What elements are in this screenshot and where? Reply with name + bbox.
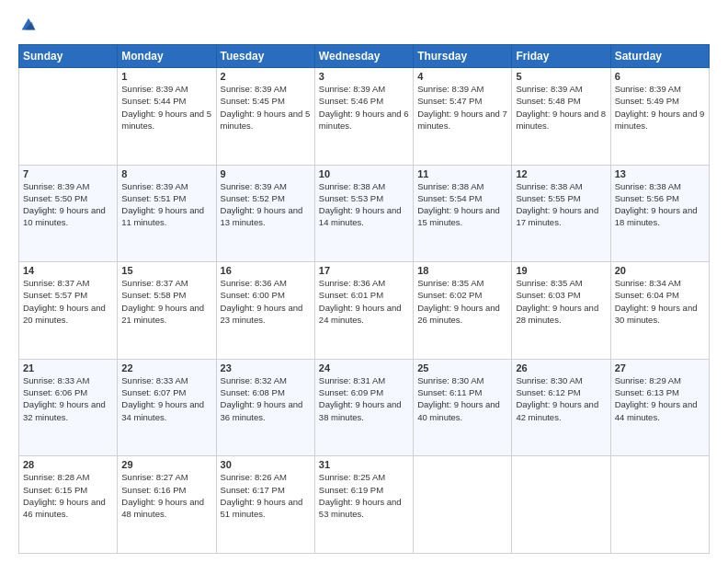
day-info: Sunrise: 8:39 AMSunset: 5:51 PMDaylight:… <box>121 180 211 229</box>
day-info: Sunrise: 8:39 AMSunset: 5:46 PMDaylight:… <box>319 83 409 132</box>
calendar-cell: 6Sunrise: 8:39 AMSunset: 5:49 PMDaylight… <box>610 68 709 166</box>
day-number: 9 <box>221 168 311 179</box>
day-info: Sunrise: 8:38 AMSunset: 5:55 PMDaylight:… <box>516 180 606 229</box>
weekday-thursday: Thursday <box>414 45 512 68</box>
calendar: SundayMondayTuesdayWednesdayThursdayFrid… <box>18 44 710 554</box>
day-info: Sunrise: 8:39 AMSunset: 5:47 PMDaylight:… <box>417 83 507 132</box>
calendar-cell: 4Sunrise: 8:39 AMSunset: 5:47 PMDaylight… <box>414 68 512 166</box>
day-number: 30 <box>221 459 311 470</box>
day-info: Sunrise: 8:39 AMSunset: 5:45 PMDaylight:… <box>221 83 311 132</box>
day-number: 28 <box>23 459 113 470</box>
day-info: Sunrise: 8:38 AMSunset: 5:53 PMDaylight:… <box>319 180 409 229</box>
calendar-cell: 2Sunrise: 8:39 AMSunset: 5:45 PMDaylight… <box>216 68 314 166</box>
day-number: 26 <box>516 362 606 373</box>
day-number: 17 <box>319 265 409 276</box>
day-info: Sunrise: 8:34 AMSunset: 6:04 PMDaylight:… <box>615 277 705 326</box>
day-number: 1 <box>121 71 211 82</box>
day-number: 5 <box>516 71 606 82</box>
day-number: 12 <box>516 168 606 179</box>
day-number: 25 <box>417 362 507 373</box>
day-info: Sunrise: 8:38 AMSunset: 5:56 PMDaylight:… <box>615 180 705 229</box>
day-info: Sunrise: 8:39 AMSunset: 5:44 PMDaylight:… <box>121 83 211 132</box>
calendar-cell: 1Sunrise: 8:39 AMSunset: 5:44 PMDaylight… <box>118 68 216 166</box>
day-number: 21 <box>23 362 113 373</box>
weekday-friday: Friday <box>512 45 610 68</box>
week-row-3: 21Sunrise: 8:33 AMSunset: 6:06 PMDayligh… <box>19 359 710 456</box>
calendar-cell: 16Sunrise: 8:36 AMSunset: 6:00 PMDayligh… <box>216 262 314 360</box>
day-info: Sunrise: 8:31 AMSunset: 6:09 PMDaylight:… <box>319 374 409 423</box>
day-info: Sunrise: 8:30 AMSunset: 6:12 PMDaylight:… <box>516 374 606 423</box>
day-info: Sunrise: 8:33 AMSunset: 6:07 PMDaylight:… <box>121 374 211 423</box>
calendar-cell: 20Sunrise: 8:34 AMSunset: 6:04 PMDayligh… <box>610 262 709 360</box>
calendar-cell: 18Sunrise: 8:35 AMSunset: 6:02 PMDayligh… <box>414 262 512 360</box>
day-info: Sunrise: 8:30 AMSunset: 6:11 PMDaylight:… <box>417 374 507 423</box>
day-info: Sunrise: 8:35 AMSunset: 6:02 PMDaylight:… <box>417 277 507 326</box>
calendar-cell <box>19 68 118 166</box>
day-number: 20 <box>615 265 705 276</box>
calendar-cell: 3Sunrise: 8:39 AMSunset: 5:46 PMDaylight… <box>314 68 413 166</box>
week-row-0: 1Sunrise: 8:39 AMSunset: 5:44 PMDaylight… <box>19 68 710 166</box>
day-info: Sunrise: 8:32 AMSunset: 6:08 PMDaylight:… <box>221 374 311 423</box>
day-number: 8 <box>121 168 211 179</box>
day-number: 16 <box>221 265 311 276</box>
day-info: Sunrise: 8:36 AMSunset: 6:01 PMDaylight:… <box>319 277 409 326</box>
weekday-monday: Monday <box>118 45 216 68</box>
day-number: 18 <box>417 265 507 276</box>
week-row-1: 7Sunrise: 8:39 AMSunset: 5:50 PMDaylight… <box>19 165 710 262</box>
day-info: Sunrise: 8:33 AMSunset: 6:06 PMDaylight:… <box>23 374 113 423</box>
day-number: 6 <box>615 71 705 82</box>
calendar-cell: 29Sunrise: 8:27 AMSunset: 6:16 PMDayligh… <box>118 456 216 554</box>
day-info: Sunrise: 8:27 AMSunset: 6:16 PMDaylight:… <box>121 471 211 520</box>
day-info: Sunrise: 8:28 AMSunset: 6:15 PMDaylight:… <box>23 471 113 520</box>
calendar-cell: 13Sunrise: 8:38 AMSunset: 5:56 PMDayligh… <box>610 165 709 262</box>
day-info: Sunrise: 8:38 AMSunset: 5:54 PMDaylight:… <box>417 180 507 229</box>
week-row-4: 28Sunrise: 8:28 AMSunset: 6:15 PMDayligh… <box>19 456 710 554</box>
weekday-tuesday: Tuesday <box>216 45 314 68</box>
day-number: 3 <box>319 71 409 82</box>
day-info: Sunrise: 8:36 AMSunset: 6:00 PMDaylight:… <box>221 277 311 326</box>
calendar-cell: 31Sunrise: 8:25 AMSunset: 6:19 PMDayligh… <box>314 456 413 554</box>
day-number: 19 <box>516 265 606 276</box>
day-number: 15 <box>121 265 211 276</box>
calendar-cell: 23Sunrise: 8:32 AMSunset: 6:08 PMDayligh… <box>216 359 314 456</box>
day-info: Sunrise: 8:29 AMSunset: 6:13 PMDaylight:… <box>615 374 705 423</box>
day-info: Sunrise: 8:39 AMSunset: 5:50 PMDaylight:… <box>23 180 113 229</box>
calendar-cell <box>512 456 610 554</box>
week-row-2: 14Sunrise: 8:37 AMSunset: 5:57 PMDayligh… <box>19 262 710 360</box>
day-info: Sunrise: 8:37 AMSunset: 5:58 PMDaylight:… <box>121 277 211 326</box>
calendar-cell <box>610 456 709 554</box>
calendar-cell: 12Sunrise: 8:38 AMSunset: 5:55 PMDayligh… <box>512 165 610 262</box>
calendar-cell <box>414 456 512 554</box>
day-info: Sunrise: 8:26 AMSunset: 6:17 PMDaylight:… <box>221 471 311 520</box>
calendar-cell: 22Sunrise: 8:33 AMSunset: 6:07 PMDayligh… <box>118 359 216 456</box>
day-info: Sunrise: 8:39 AMSunset: 5:49 PMDaylight:… <box>615 83 705 132</box>
day-number: 14 <box>23 265 113 276</box>
day-number: 10 <box>319 168 409 179</box>
day-number: 22 <box>121 362 211 373</box>
day-info: Sunrise: 8:39 AMSunset: 5:48 PMDaylight:… <box>516 83 606 132</box>
logo <box>18 15 39 37</box>
day-number: 13 <box>615 168 705 179</box>
day-number: 7 <box>23 168 113 179</box>
weekday-wednesday: Wednesday <box>314 45 413 68</box>
day-number: 29 <box>121 459 211 470</box>
day-info: Sunrise: 8:39 AMSunset: 5:52 PMDaylight:… <box>221 180 311 229</box>
day-number: 4 <box>417 71 507 82</box>
day-number: 27 <box>615 362 705 373</box>
calendar-cell: 26Sunrise: 8:30 AMSunset: 6:12 PMDayligh… <box>512 359 610 456</box>
weekday-saturday: Saturday <box>610 45 709 68</box>
calendar-cell: 14Sunrise: 8:37 AMSunset: 5:57 PMDayligh… <box>19 262 118 360</box>
calendar-cell: 10Sunrise: 8:38 AMSunset: 5:53 PMDayligh… <box>314 165 413 262</box>
header <box>18 15 710 37</box>
calendar-cell: 5Sunrise: 8:39 AMSunset: 5:48 PMDaylight… <box>512 68 610 166</box>
day-info: Sunrise: 8:25 AMSunset: 6:19 PMDaylight:… <box>319 471 409 520</box>
day-number: 23 <box>221 362 311 373</box>
calendar-cell: 28Sunrise: 8:28 AMSunset: 6:15 PMDayligh… <box>19 456 118 554</box>
calendar-cell: 19Sunrise: 8:35 AMSunset: 6:03 PMDayligh… <box>512 262 610 360</box>
calendar-cell: 11Sunrise: 8:38 AMSunset: 5:54 PMDayligh… <box>414 165 512 262</box>
day-number: 11 <box>417 168 507 179</box>
day-number: 31 <box>319 459 409 470</box>
calendar-cell: 30Sunrise: 8:26 AMSunset: 6:17 PMDayligh… <box>216 456 314 554</box>
calendar-cell: 15Sunrise: 8:37 AMSunset: 5:58 PMDayligh… <box>118 262 216 360</box>
day-info: Sunrise: 8:35 AMSunset: 6:03 PMDaylight:… <box>516 277 606 326</box>
